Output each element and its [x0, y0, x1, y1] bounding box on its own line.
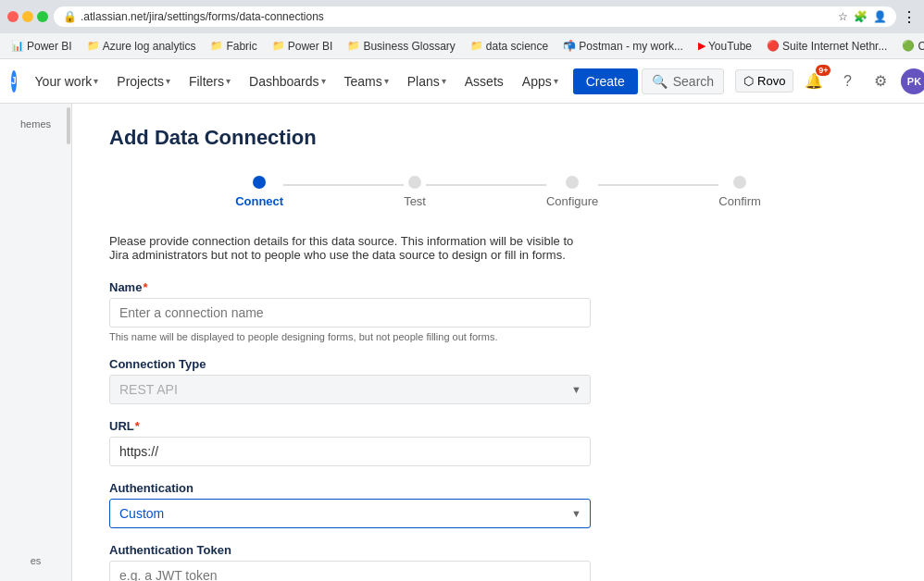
rovo-icon: ⬡ [743, 74, 754, 88]
step-confirm: Confirm [718, 176, 761, 208]
arrow-icon [72, 576, 100, 582]
nav-label: Plans [407, 74, 440, 89]
nav-plans[interactable]: Plans ▾ [400, 70, 454, 93]
nav-projects[interactable]: Projects ▾ [109, 70, 178, 93]
auth-token-input[interactable] [109, 561, 591, 581]
sidebar-item-es[interactable]: es [0, 548, 71, 574]
bookmark-candidates[interactable]: 🟢 Candidates [898, 38, 924, 55]
azure-icon: 📁 [87, 40, 100, 52]
step-dot-test [408, 176, 421, 189]
step-dot-connect [253, 176, 266, 189]
nav-teams[interactable]: Teams ▾ [337, 70, 396, 93]
create-button[interactable]: Create [573, 68, 638, 94]
name-label: Name* [109, 280, 591, 294]
step-label-confirm: Confirm [718, 194, 761, 208]
description-text: Please provide connection details for th… [109, 234, 591, 262]
lock-icon: 🔒 [63, 10, 77, 23]
bookmark-powerbi1[interactable]: 📊 Power BI [7, 38, 76, 55]
nav-assets[interactable]: Assets [457, 70, 511, 93]
name-field-group: Name* This name will be displayed to peo… [109, 280, 591, 342]
maximize-btn[interactable] [37, 11, 48, 22]
notifications-button[interactable]: 🔔 9+ [801, 68, 827, 94]
datascience-icon: 📁 [470, 40, 483, 52]
url-bar-icons: ☆ 🧩 👤 [838, 10, 887, 23]
bookmark-fabric[interactable]: 📁 Fabric [206, 38, 260, 55]
chevron-down-icon: ▾ [554, 76, 558, 86]
url-text: .atlassian.net/jira/settings/forms/data-… [81, 10, 324, 23]
avatar[interactable]: PK [901, 68, 924, 94]
glossary-icon: 📁 [347, 40, 360, 52]
authentication-wrapper: Custom [109, 499, 591, 528]
connection-type-wrapper: REST API [109, 375, 591, 404]
required-marker: * [143, 280, 147, 294]
nav-label: Assets [465, 74, 504, 89]
bookmarks-bar: 📊 Power BI 📁 Azure log analytics 📁 Fabri… [0, 33, 924, 59]
url-input[interactable] [109, 437, 591, 466]
step-dot-confirm [733, 176, 746, 189]
step-connect: Connect [235, 176, 283, 208]
connection-type-label: Connection Type [109, 357, 591, 371]
sidebar-scrollbar[interactable] [66, 104, 71, 581]
nav-label: Teams [344, 74, 382, 89]
name-hint: This name will be displayed to people de… [109, 331, 591, 342]
bookmark-azure[interactable]: 📁 Azure log analytics [83, 38, 200, 55]
bookmark-glossary[interactable]: 📁 Business Glossary [343, 38, 458, 55]
step-label-test: Test [404, 194, 426, 208]
required-marker: * [135, 419, 140, 433]
minimize-btn[interactable] [22, 11, 33, 22]
connection-type-select[interactable]: REST API [109, 375, 591, 404]
more-extensions-icon[interactable]: ⋮ [902, 8, 917, 26]
bookmark-label: Azure log analytics [103, 40, 196, 53]
step-line-3 [598, 184, 718, 186]
search-label: Search [673, 74, 714, 89]
extension-icon[interactable]: 🧩 [854, 10, 868, 23]
name-input[interactable] [109, 298, 591, 328]
chevron-down-icon: ▾ [166, 76, 170, 86]
sidebar-item-schemes[interactable]: hemes [0, 111, 71, 137]
auth-token-label: Authentication Token [109, 543, 591, 557]
settings-button[interactable]: ⚙ [868, 68, 893, 94]
help-button[interactable]: ? [834, 68, 860, 94]
close-btn[interactable] [7, 11, 19, 22]
chevron-down-icon: ▾ [442, 76, 446, 86]
sidebar-label: es [31, 555, 42, 566]
nav-label: Apps [522, 74, 552, 89]
auth-token-group: Authentication Token [109, 543, 591, 581]
chevron-down-icon: ▾ [321, 76, 326, 86]
authentication-label: Authentication [109, 481, 591, 495]
bookmark-label: Business Glossary [363, 40, 455, 53]
bookmark-powerbi2[interactable]: 📁 Power BI [268, 38, 337, 55]
bookmark-label: Postman - my work... [579, 40, 683, 53]
nav-dashboards[interactable]: Dashboards ▾ [242, 70, 333, 93]
jira-logo[interactable]: J [11, 70, 17, 93]
step-dot-configure [566, 176, 579, 189]
bookmark-label: data science [486, 40, 548, 53]
authentication-group: Authentication Custom [109, 481, 591, 528]
page-title: Add Data Connection [109, 126, 887, 150]
authentication-select[interactable]: Custom [109, 499, 591, 528]
nav-apps[interactable]: Apps ▾ [515, 70, 566, 93]
bookmark-youtube[interactable]: ▶ YouTube [694, 38, 755, 55]
bookmark-label: YouTube [708, 40, 752, 53]
url-bar[interactable]: 🔒 .atlassian.net/jira/settings/forms/dat… [54, 6, 896, 27]
search-icon: 🔍 [652, 74, 668, 89]
notification-badge: 9+ [816, 65, 830, 76]
nav-your-work[interactable]: Your work ▾ [28, 70, 106, 93]
bookmark-suite[interactable]: 🔴 Suite Internet Nethr... [763, 38, 891, 55]
step-label-connect: Connect [235, 194, 283, 208]
powerbi2-icon: 📁 [272, 40, 285, 52]
url-label: URL* [109, 419, 591, 433]
bookmark-datascience[interactable]: 📁 data science [467, 38, 552, 55]
youtube-icon: ▶ [698, 40, 705, 52]
step-configure: Configure [546, 176, 598, 208]
bookmark-postman[interactable]: 📬 Postman - my work... [559, 38, 687, 55]
stepper: Connect Test Configure Confirm [109, 176, 887, 208]
step-label-configure: Configure [546, 194, 598, 208]
rovo-button[interactable]: ⬡ Rovo [735, 69, 793, 93]
nav-label: Filters [189, 74, 224, 89]
search-box[interactable]: 🔍 Search [642, 68, 724, 94]
profile-icon[interactable]: 👤 [873, 10, 887, 23]
nav-filters[interactable]: Filters ▾ [181, 70, 238, 93]
bookmark-icon[interactable]: ☆ [838, 10, 848, 23]
bookmark-label: Power BI [27, 40, 72, 53]
